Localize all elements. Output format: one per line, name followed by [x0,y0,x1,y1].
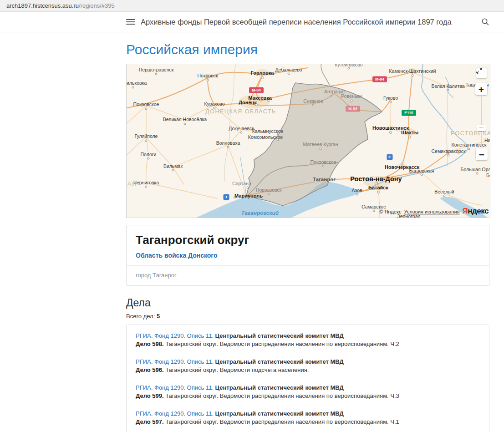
map-town-dot [148,158,149,159]
map-label: Волноваха [216,140,240,146]
map-town-dot [348,67,350,69]
map-label: Снежное [303,98,323,104]
map-label: Бильмак [163,163,183,169]
case-number: Дело 596. [136,366,164,373]
map-canvas: М-04М-04М-03Е115 ✈✈ ПершотравенскПокровс… [127,64,490,218]
case-description: Таганрогский округ. Ведомости распределе… [164,392,399,399]
parent-region-link[interactable]: Область войска Донского [136,252,218,259]
map-town-dot [227,146,229,148]
map-label: Кальмиусское [252,128,284,134]
map-label: Великая Новосёлка [163,117,207,122]
browser-address-bar[interactable]: arch1897.histcensus.asu.ru/regions/#395 [0,0,504,12]
case-description: Таганрогский округ. Ведомости распределе… [164,341,399,347]
case-item: РГИА. Фонд 1290. Опись 11. Центральный с… [136,358,480,375]
map-label: Докучаевск [229,126,254,131]
map-label: Весёлый [434,189,454,194]
case-description: Таганрогский округ. Ведомости подсчета н… [164,366,309,373]
map-label: Першотравенск [139,67,174,72]
archive-fond-link[interactable]: РГИА. Фонд 1290. Опись 11. [136,358,214,365]
map-town-dot [145,108,147,110]
url-path: /regions/#395 [79,2,115,9]
map-label: Таганрог [313,177,336,182]
map-town-dot [268,193,270,195]
hamburger-menu-icon[interactable] [126,19,135,25]
map-town-dot [351,100,352,102]
map-label: Сартана [232,181,251,186]
search-icon[interactable] [481,18,489,26]
cases-list: РГИА. Фонд 1290. Опись 11. Центральный с… [126,325,489,432]
case-organization: Центральный статистический комитет МВД [214,384,344,391]
map-town-dot [155,73,157,75]
map-label: Батайск [368,185,388,190]
map-label: Бо [486,173,490,178]
case-item: РГИА. Фонд 1290. Опись 11. Центральный с… [136,410,480,427]
map-label: Гуляйполе [135,133,158,139]
map-label: Комсомольское [248,134,283,140]
map-label: Горловка [251,70,275,76]
map-town-dot [377,191,380,193]
map-label: Мариуполь [234,193,263,198]
case-organization: Центральный статистический комитет МВД [214,358,344,365]
map-label: Азов [351,188,362,193]
site-title: Архивные фонды Первой всеобщей переписи … [141,18,481,26]
map-town-dot [476,173,478,174]
road-badge-label: М-03 [348,107,357,111]
map-copyright: © Яндекс [379,209,401,214]
map-town-dot [356,193,358,195]
region-note: город Таганрог [127,266,489,285]
map-town-dot [373,210,375,212]
map-town-dot [322,165,324,167]
map-label: Багаевская [409,168,434,173]
map-fullscreen-button[interactable] [476,68,487,78]
airport-icon-glyph: ✈ [388,155,392,159]
map-town-dot [468,148,470,150]
archive-fond-link[interactable]: РГИА. Фонд 1290. Опись 11. [136,384,214,391]
map-zoom-slider-handle[interactable] [477,125,486,131]
map-town-dot [320,148,321,150]
yandex-logo[interactable]: Яндекс [463,207,489,216]
map-label: Каменск-Шахтинский [389,68,436,74]
map-town-dot [207,79,209,81]
road-badge-label: Е115 [404,111,413,115]
map-attribution: © Яндекс Условия использования Яндекс [379,207,489,216]
cases-total-value: 5 [157,313,160,320]
map-town-dot [247,187,249,188]
archive-fond-link[interactable]: РГИА. Фонд 1290. Опись 11. [136,410,214,417]
map-town-dot [390,101,392,103]
map-label: Кутейниково [335,64,362,67]
map-town-dot [145,140,147,142]
case-organization: Центральный статистический комитет МВД [214,410,344,417]
map-town-dot [409,136,411,138]
map-town-dot [390,132,392,134]
map-label: ДОНЕЦКАЯ ОБЛАСТЬ [205,108,276,115]
map-zoom-in-button[interactable]: + [475,83,487,95]
map-label: Пологи [141,152,157,157]
map-label: Гуково [383,95,398,101]
map-town-dot [443,195,445,197]
map-zoom-out-button[interactable]: − [476,148,488,160]
map-label: Покровск [198,73,218,78]
map-terms-link[interactable]: Условия использования [404,209,459,214]
case-number: Дело 598. [136,341,164,347]
map-town-dot [330,95,332,97]
map-label: Ростов-на-Дону [350,175,402,183]
region-card: Таганрогский округ Область войска Донско… [126,225,489,286]
map-town-dot [312,104,314,106]
map-town-dot [184,123,186,125]
map-town-dot [448,154,449,156]
map-town-dot [240,132,242,133]
cases-total: Всего дел: 5 [126,313,489,320]
yandex-map[interactable]: М-04М-04М-03Е115 ✈✈ ПершотравенскПокровс… [126,64,490,218]
map-town-dot [412,75,413,76]
cases-heading: Дела [126,297,489,309]
region-title: Таганрогский округ [136,233,480,247]
airport-icon-glyph: ✈ [224,195,228,199]
map-label: Новоазовск [256,187,282,193]
case-number: Дело 599. [136,392,164,399]
map-zoom-slider-track[interactable] [481,96,482,147]
road-badge-label: М-04 [375,77,384,81]
map-label: Покровское [311,159,336,165]
archive-fond-link[interactable]: РГИА. Фонд 1290. Опись 11. [136,332,214,339]
map-town-dot [132,86,134,88]
map-town-dot [288,73,290,75]
